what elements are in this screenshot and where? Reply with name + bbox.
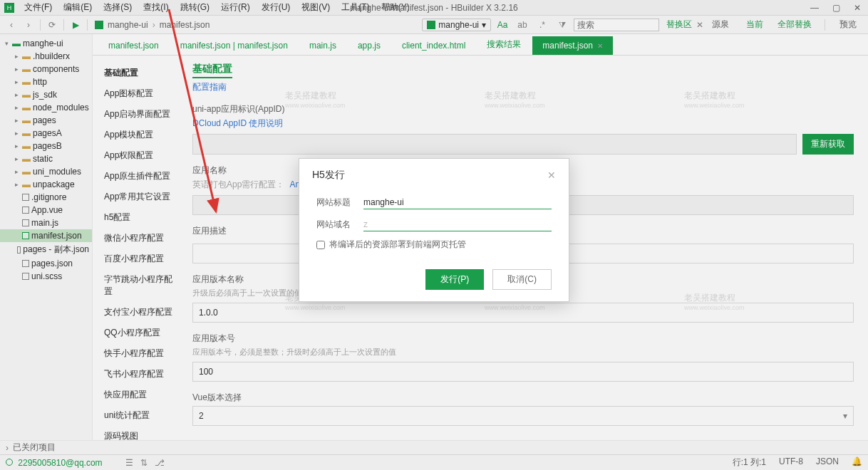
deploy-checkbox-input[interactable] bbox=[316, 241, 325, 249]
h5-publish-dialog: H5发行 ✕ 网站标题 manghe-ui 网站域名 z 将编译后的资源部署到前… bbox=[299, 158, 569, 302]
close-icon[interactable]: ✕ bbox=[547, 169, 556, 181]
dialog-title: H5发行 bbox=[312, 169, 345, 182]
cancel-button[interactable]: 取消(C) bbox=[492, 269, 552, 290]
site-domain-label: 网站域名 bbox=[316, 219, 356, 231]
publish-button[interactable]: 发行(P) bbox=[425, 269, 484, 290]
site-title-input[interactable]: manghe-ui bbox=[363, 196, 552, 209]
deploy-checkbox[interactable]: 将编译后的资源部署到前端网页托管 bbox=[316, 236, 552, 254]
site-domain-input[interactable]: z bbox=[363, 218, 552, 231]
dialog-mask: H5发行 ✕ 网站标题 manghe-ui 网站域名 z 将编译后的资源部署到前… bbox=[0, 0, 868, 470]
site-title-label: 网站标题 bbox=[316, 197, 356, 209]
